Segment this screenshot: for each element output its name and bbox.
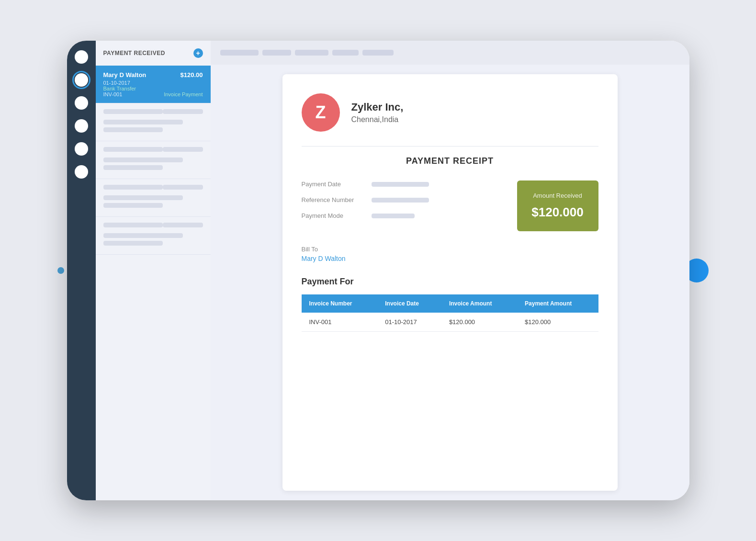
- receipt-title: PAYMENT RECEIPT: [302, 156, 598, 166]
- bill-to-label: Bill To: [302, 246, 598, 253]
- company-logo-letter: Z: [316, 102, 326, 123]
- payment-for-section: Payment For Invoice Number Invoice Date …: [302, 277, 598, 332]
- add-payment-button[interactable]: +: [193, 48, 203, 58]
- list-item-placeholder-3[interactable]: [96, 179, 211, 217]
- col-invoice-number: Invoice Number: [302, 294, 378, 313]
- left-indicator-dot: [57, 267, 64, 274]
- sidebar-nav: [67, 41, 96, 500]
- invoice-table-header-row: Invoice Number Invoice Date Invoice Amou…: [302, 294, 598, 313]
- invoice-table: Invoice Number Invoice Date Invoice Amou…: [302, 294, 598, 332]
- top-bar-item-1: [220, 50, 259, 56]
- list-panel: PAYMENT RECEIVED + Mary D Walton $120.00…: [96, 41, 211, 500]
- reference-number-label: Reference Number: [302, 196, 364, 203]
- nav-dot-1[interactable]: [75, 50, 88, 64]
- company-location: Chennai,India: [351, 115, 404, 124]
- payment-date-label: Payment Date: [302, 180, 364, 188]
- company-header: Z Zylker Inc, Chennai,India: [302, 93, 598, 132]
- nav-dot-6[interactable]: [75, 165, 88, 179]
- nav-dot-3[interactable]: [75, 96, 88, 110]
- payment-for-title: Payment For: [302, 277, 598, 287]
- reference-number-field: Reference Number: [302, 196, 503, 203]
- list-item-placeholder-2[interactable]: [96, 141, 211, 179]
- active-item-date: 01-10-2017: [103, 80, 203, 86]
- table-row: INV-001 01-10-2017 $120.000 $120.000: [302, 313, 598, 332]
- invoice-table-body: INV-001 01-10-2017 $120.000 $120.000: [302, 313, 598, 332]
- cell-invoice-number: INV-001: [302, 313, 378, 332]
- col-invoice-amount: Invoice Amount: [441, 294, 517, 313]
- payment-date-field: Payment Date: [302, 180, 503, 188]
- cell-payment-amount: $120.000: [517, 313, 598, 332]
- amount-received-label: Amount Received: [530, 192, 585, 199]
- reference-number-value: [372, 198, 429, 203]
- main-content: Z Zylker Inc, Chennai,India PAYMENT RECE…: [211, 41, 689, 500]
- cell-invoice-date: 01-10-2017: [377, 313, 441, 332]
- company-logo: Z: [302, 93, 340, 132]
- amount-received-box: Amount Received $120.000: [517, 180, 598, 231]
- payment-date-value: [372, 182, 429, 187]
- bill-to-section: Bill To Mary D Walton: [302, 246, 598, 262]
- receipt-card: Z Zylker Inc, Chennai,India PAYMENT RECE…: [282, 74, 618, 491]
- top-bar-item-4: [332, 50, 359, 56]
- receipt-container: Z Zylker Inc, Chennai,India PAYMENT RECE…: [211, 65, 689, 500]
- list-header-title: PAYMENT RECEIVED: [103, 50, 190, 56]
- payment-mode-field: Payment Mode: [302, 212, 503, 219]
- active-item-ref: INV-001: [103, 91, 123, 97]
- active-item-name: Mary D Walton: [103, 71, 147, 79]
- nav-dot-4[interactable]: [75, 119, 88, 133]
- divider-1: [302, 146, 598, 147]
- payment-fields: Payment Date Reference Number Payment Mo…: [302, 180, 503, 231]
- list-items: Mary D Walton $120.00 01-10-2017 Bank Tr…: [96, 66, 211, 500]
- top-bar-item-2: [262, 50, 291, 56]
- col-invoice-date: Invoice Date: [377, 294, 441, 313]
- list-item-placeholder-4[interactable]: [96, 217, 211, 255]
- nav-dot-2[interactable]: [75, 73, 88, 87]
- active-item-amount: $120.00: [181, 71, 203, 79]
- top-bar-item-3: [295, 50, 328, 56]
- top-bar: [211, 41, 689, 65]
- bill-to-name[interactable]: Mary D Walton: [302, 255, 598, 262]
- cell-invoice-amount: $120.000: [441, 313, 517, 332]
- list-header: PAYMENT RECEIVED +: [96, 41, 211, 66]
- payment-details-section: Payment Date Reference Number Payment Mo…: [302, 180, 598, 231]
- active-item-type: Bank Transfer: [103, 86, 203, 91]
- tablet-frame: PAYMENT RECEIVED + Mary D Walton $120.00…: [67, 41, 689, 500]
- list-item-placeholder-1[interactable]: [96, 103, 211, 141]
- company-name: Zylker Inc,: [351, 101, 404, 113]
- company-info: Zylker Inc, Chennai,India: [351, 101, 404, 124]
- top-bar-item-5: [362, 50, 394, 56]
- col-payment-amount: Payment Amount: [517, 294, 598, 313]
- nav-dot-5[interactable]: [75, 142, 88, 156]
- amount-received-value: $120.000: [530, 205, 585, 220]
- invoice-table-header: Invoice Number Invoice Date Invoice Amou…: [302, 294, 598, 313]
- list-item-active[interactable]: Mary D Walton $120.00 01-10-2017 Bank Tr…: [96, 66, 211, 103]
- payment-mode-label: Payment Mode: [302, 212, 364, 219]
- active-item-ref-type: Invoice Payment: [164, 91, 203, 97]
- payment-mode-value: [372, 214, 415, 218]
